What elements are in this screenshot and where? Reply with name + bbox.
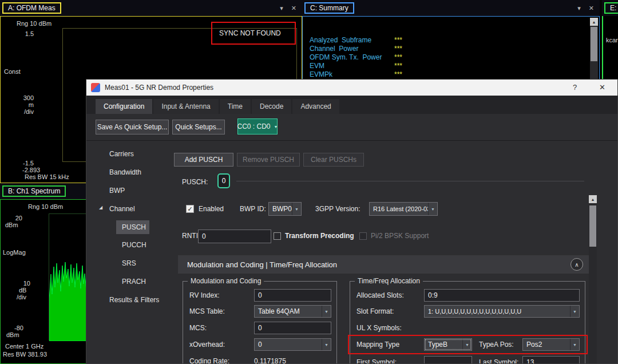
pusch-index-label: PUSCH: <box>182 178 208 186</box>
xoverhead-select[interactable]: 0 ▼ <box>254 338 331 351</box>
chevron-down-icon: ▼ <box>428 203 437 215</box>
summary-label: EVMPk <box>310 70 332 78</box>
transform-precoding-label: Transform Precoding <box>285 232 354 240</box>
scale-top-label: 1.5 <box>18 30 34 37</box>
sidebar-item-results-filters[interactable]: Results & Filters <box>109 296 159 304</box>
section-title: Modulation and Coding | Time/Freq Alloca… <box>187 260 337 269</box>
coding-rate-value: 0.1171875 <box>254 357 286 364</box>
tab-input-antenna[interactable]: Input & Antenna <box>153 99 218 114</box>
summary-value: *** <box>394 53 402 61</box>
xoverhead-label: xOverhead: <box>189 341 225 349</box>
sidebar-item-pucch[interactable]: PUCCH <box>122 241 146 249</box>
add-pusch-button[interactable]: Add PUSCH <box>174 153 233 167</box>
first-symbol-input[interactable] <box>424 356 472 364</box>
chevron-up-icon: ∧ <box>575 262 579 268</box>
typea-pos-select[interactable]: Pos2 ▼ <box>522 338 580 351</box>
dialog-scrollbar[interactable]: ▲ <box>589 195 597 364</box>
scroll-up-icon[interactable]: ▲ <box>589 195 597 203</box>
transform-precoding-checkbox[interactable] <box>274 232 281 240</box>
res-bw-label: Res BW 381.93 <box>3 351 47 358</box>
sidebar-item-carriers[interactable]: Carriers <box>109 150 134 158</box>
per-div-unit: dB <box>19 287 26 294</box>
dialog-title: Meas01 - 5G NR Demod Properties <box>105 84 213 92</box>
summary-label: EVM <box>310 62 324 70</box>
tab-configuration[interactable]: Configuration <box>96 99 152 114</box>
chevron-down-icon: ▼ <box>570 339 579 350</box>
window-close-icon[interactable]: ✕ <box>291 5 296 12</box>
mcs-table-select[interactable]: Table 64QAM ▼ <box>254 305 331 318</box>
tab-decode[interactable]: Decode <box>252 99 291 114</box>
trace-format-label: Const <box>4 68 21 75</box>
mcs-input[interactable]: 0 <box>254 322 331 334</box>
last-symbol-input[interactable]: 13 <box>522 356 580 364</box>
window-close-icon[interactable]: ✕ <box>589 5 594 12</box>
window-e-titlebar[interactable]: E: O <box>602 0 618 16</box>
allocated-slots-input[interactable]: 0:9 <box>424 289 580 302</box>
slot-format-select[interactable]: 1: U,U,U,U,U,U,U,U,U,U,U,U,U,U ▼ <box>424 305 580 318</box>
axis-start-label: -2.893 <box>22 167 40 173</box>
mcs-table-label: MCS Table: <box>189 307 225 315</box>
bwp-id-select[interactable]: BWP0 ▼ <box>268 202 302 216</box>
window-b-title[interactable]: B: Ch1 Spectrum <box>2 185 66 197</box>
sidebar-item-pusch[interactable]: PUSCH <box>116 220 149 234</box>
enabled-checkbox[interactable]: ✓ <box>186 205 194 213</box>
window-menu-icon[interactable]: ▾ <box>577 5 581 12</box>
dialog-titlebar[interactable]: Meas01 - 5G NR Demod Properties ? ✕ <box>86 80 617 96</box>
quick-setups-button[interactable]: Quick Setups... <box>172 120 225 134</box>
chevron-down-icon: ▼ <box>292 203 301 215</box>
sidebar-item-channel[interactable]: Channel <box>109 205 135 213</box>
chevron-down-icon: ▼ <box>274 125 278 129</box>
clear-puschs-button[interactable]: Clear PUSCHs <box>303 153 364 167</box>
scale-bottom-value: -80 <box>9 325 23 331</box>
chevron-down-icon: ▼ <box>322 339 331 350</box>
window-menu-icon[interactable]: ▾ <box>280 5 283 12</box>
scroll-up-icon[interactable]: ▲ <box>590 18 598 26</box>
dialog-tabbar: Configuration Input & Antenna Time Decod… <box>86 96 617 114</box>
window-c-title[interactable]: C: Summary <box>304 2 354 14</box>
sidebar-item-srs[interactable]: SRS <box>122 259 136 267</box>
res-bw-label: Res BW 15 kHz <box>25 173 69 180</box>
tab-time[interactable]: Time <box>220 99 251 114</box>
scrollbar-thumb[interactable] <box>591 27 597 61</box>
close-icon[interactable]: ✕ <box>599 83 605 92</box>
mcs-label: MCS: <box>189 324 207 332</box>
last-symbol-label: Last Symbol: <box>479 358 518 364</box>
scrollbar-thumb[interactable] <box>589 205 596 247</box>
collapse-button[interactable]: ∧ <box>571 258 583 271</box>
ulx-symbols-label: UL X Symbols: <box>356 324 402 332</box>
window-a-title[interactable]: A: OFDM Meas <box>2 2 61 14</box>
summary-value: *** <box>394 70 402 78</box>
rv-index-input[interactable]: 0 <box>254 289 331 302</box>
rnti-input[interactable]: 0 <box>198 230 271 243</box>
remove-pusch-button[interactable]: Remove PUSCH <box>237 153 300 167</box>
demod-properties-dialog: Meas01 - 5G NR Demod Properties ? ✕ Conf… <box>86 79 618 364</box>
center-freq-label: Center 1 GHz <box>5 343 43 350</box>
chevron-down-icon: ▼ <box>462 339 472 350</box>
dialog-icon <box>91 83 100 92</box>
window-e-text: kcar <box>606 37 618 43</box>
chevron-down-icon: ▼ <box>570 306 579 317</box>
tab-advanced[interactable]: Advanced <box>292 99 339 114</box>
help-icon[interactable]: ? <box>573 83 577 92</box>
window-a-titlebar[interactable]: A: OFDM Meas ▾ ✕ <box>0 0 302 16</box>
trace-format-label: LogMag <box>3 249 26 256</box>
cc-selector-dropdown[interactable]: CC0 : CD0 ▼ <box>237 118 278 134</box>
section-header: Modulation and Coding | Time/Freq Alloca… <box>178 255 589 274</box>
save-as-quick-setup-button[interactable]: Save As Quick Setup... <box>96 120 169 134</box>
enabled-label: Enabled <box>199 205 224 213</box>
mapping-type-select[interactable]: TypeB ▼ <box>424 338 472 351</box>
tree-expanded-icon[interactable]: ◢ <box>99 205 102 210</box>
chevron-down-icon: ▼ <box>322 306 331 317</box>
sidebar-item-prach[interactable]: PRACH <box>122 278 146 286</box>
gpp-version-select[interactable]: R16 Latest (2020-03) ▼ <box>369 202 438 216</box>
pi2-bpsk-checkbox[interactable] <box>359 232 367 240</box>
range-label: Rng 10 dBm <box>17 20 52 27</box>
scale-bottom-label: -1.5 <box>17 160 34 167</box>
pusch-index-chip[interactable]: 0 <box>217 173 230 188</box>
sidebar-item-bwp[interactable]: BWP <box>109 187 125 195</box>
window-c-titlebar[interactable]: C: Summary ▾ ✕ <box>302 0 600 16</box>
window-e-title[interactable]: E: O <box>604 2 618 14</box>
sidebar-item-bandwidth[interactable]: Bandwidth <box>109 168 141 176</box>
summary-label: Channel Power <box>310 45 358 53</box>
scale-top-value: 20 <box>9 215 22 221</box>
